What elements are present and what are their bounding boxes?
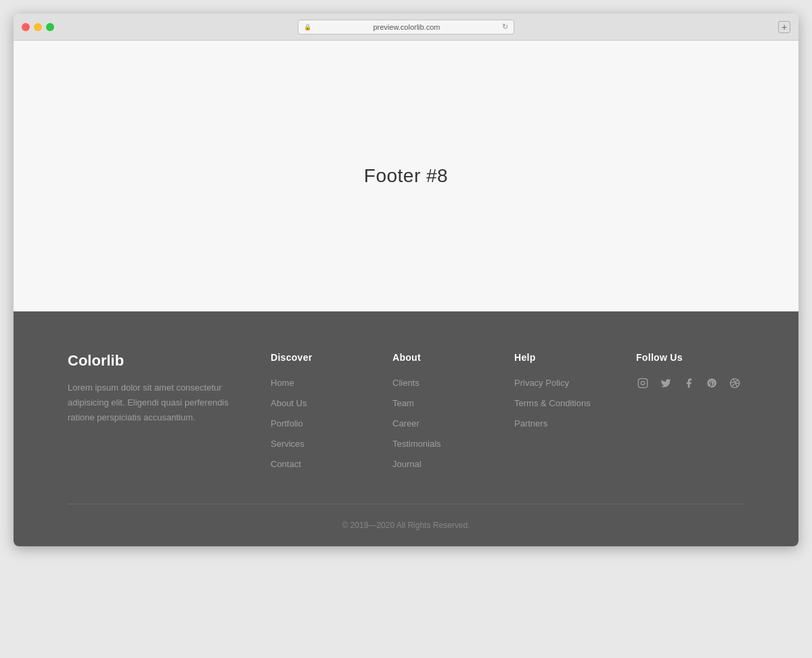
brand-description: Lorem ipsum dolor sit amet consectetur a…	[68, 380, 257, 425]
instagram-icon[interactable]	[636, 376, 650, 390]
list-item: Partners	[514, 417, 623, 429]
footer: Colorlib Lorem ipsum dolor sit amet cons…	[14, 311, 798, 546]
traffic-lights	[22, 23, 54, 31]
pinterest-icon[interactable]	[705, 376, 719, 390]
url-text: preview.colorlib.com	[314, 23, 499, 31]
hero-area: Footer #8	[14, 41, 798, 311]
twitter-icon[interactable]	[659, 376, 673, 390]
home-link[interactable]: Home	[271, 378, 294, 388]
facebook-icon[interactable]	[682, 376, 696, 390]
page-content: Footer #8 Colorlib Lorem ipsum dolor sit…	[14, 41, 798, 546]
partners-link[interactable]: Partners	[514, 418, 547, 429]
footer-col-discover: Discover Home About Us Portfolio Service…	[271, 352, 379, 470]
minimize-button[interactable]	[34, 23, 42, 31]
footer-bottom: © 2019—2020 All Rights Reserved.	[68, 504, 744, 546]
maximize-button[interactable]	[46, 23, 54, 31]
list-item: Journal	[392, 458, 501, 470]
page-title: Footer #8	[364, 165, 448, 187]
svg-point-1	[641, 381, 644, 385]
terms-conditions-link[interactable]: Terms & Conditions	[514, 398, 591, 408]
copyright-text: © 2019—2020 All Rights Reserved.	[68, 521, 744, 530]
list-item: Privacy Policy	[514, 376, 623, 389]
list-item: Contact	[271, 458, 379, 470]
discover-title: Discover	[271, 352, 379, 363]
privacy-policy-link[interactable]: Privacy Policy	[514, 378, 569, 388]
dribbble-icon[interactable]	[728, 376, 742, 390]
list-item: Portfolio	[271, 417, 379, 429]
about-title: About	[392, 352, 501, 363]
list-item: Services	[271, 437, 379, 449]
address-bar[interactable]: 🔒 preview.colorlib.com ↻	[298, 20, 514, 35]
svg-rect-0	[638, 378, 647, 387]
career-link[interactable]: Career	[392, 418, 420, 429]
portfolio-link[interactable]: Portfolio	[271, 418, 303, 429]
close-button[interactable]	[22, 23, 30, 31]
help-title: Help	[514, 352, 623, 363]
new-tab-button[interactable]: +	[778, 21, 790, 33]
list-item: About Us	[271, 397, 379, 409]
refresh-icon[interactable]: ↻	[502, 22, 508, 31]
list-item: Clients	[392, 376, 501, 389]
follow-title: Follow Us	[636, 352, 744, 363]
about-us-link[interactable]: About Us	[271, 398, 307, 408]
testimonials-link[interactable]: Testimonials	[392, 439, 441, 449]
footer-top: Colorlib Lorem ipsum dolor sit amet cons…	[68, 352, 744, 504]
list-item: Career	[392, 417, 501, 429]
about-links: Clients Team Career Testimonials Journal	[392, 376, 501, 470]
footer-col-follow: Follow Us	[636, 352, 744, 470]
title-bar: 🔒 preview.colorlib.com ↻ +	[14, 14, 798, 41]
browser-window: 🔒 preview.colorlib.com ↻ + Footer #8 Col…	[14, 14, 798, 546]
journal-link[interactable]: Journal	[392, 459, 422, 469]
help-links: Privacy Policy Terms & Conditions Partne…	[514, 376, 623, 429]
discover-links: Home About Us Portfolio Services Contact	[271, 376, 379, 470]
footer-brand: Colorlib Lorem ipsum dolor sit amet cons…	[68, 352, 257, 470]
footer-col-about: About Clients Team Career Testimonials J…	[392, 352, 501, 470]
svg-point-2	[645, 380, 646, 381]
social-icons	[636, 376, 744, 390]
list-item: Testimonials	[392, 437, 501, 449]
list-item: Team	[392, 397, 501, 409]
brand-name: Colorlib	[68, 352, 257, 370]
footer-col-help: Help Privacy Policy Terms & Conditions P…	[514, 352, 623, 470]
list-item: Home	[271, 376, 379, 389]
services-link[interactable]: Services	[271, 439, 304, 449]
contact-link[interactable]: Contact	[271, 459, 301, 469]
lock-icon: 🔒	[304, 24, 311, 30]
clients-link[interactable]: Clients	[392, 378, 420, 388]
list-item: Terms & Conditions	[514, 397, 623, 409]
team-link[interactable]: Team	[392, 398, 414, 408]
